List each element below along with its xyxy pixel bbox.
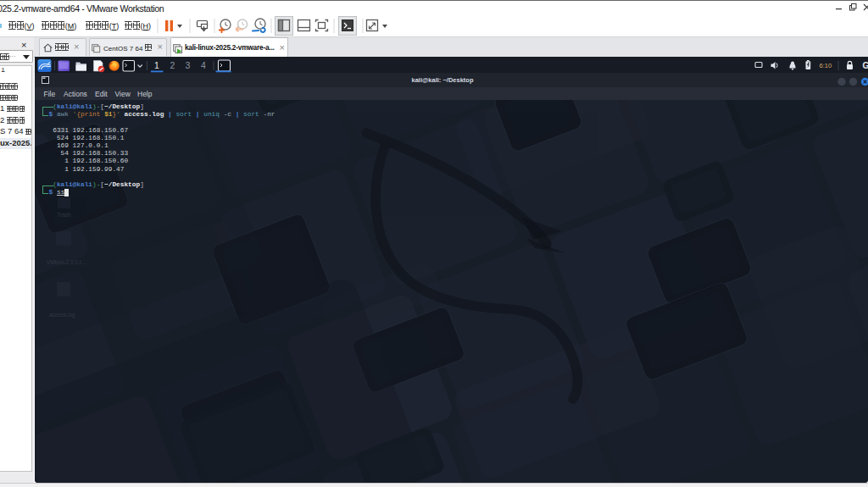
svg-text:4: 4 — [201, 60, 206, 70]
svg-text:1: 1 — [154, 60, 159, 70]
svg-text:6:10: 6:10 — [820, 62, 832, 69]
svg-text:2: 2 — [170, 60, 175, 70]
svg-text:G: G — [863, 61, 868, 70]
svg-text:3: 3 — [186, 60, 191, 70]
